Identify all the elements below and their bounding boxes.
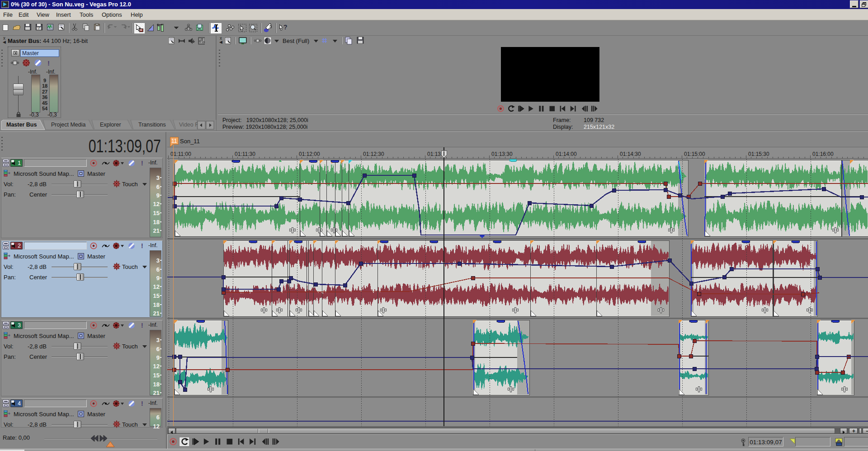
svg-text:!: ! (47, 59, 50, 67)
svg-text:01:13:30: 01:13:30 (491, 151, 513, 157)
svg-text:!: ! (141, 242, 143, 249)
svg-text:01:15:00: 01:15:00 (684, 151, 705, 157)
svg-text:01:11:30: 01:11:30 (235, 151, 255, 157)
svg-text:!: ! (141, 400, 143, 407)
svg-text:Best (Full): Best (Full) (283, 38, 309, 44)
svg-text:01:15:30: 01:15:30 (748, 151, 769, 157)
svg-text:Video F: Video F (179, 122, 198, 128)
svg-text:01:14:00: 01:14:00 (556, 151, 577, 157)
svg-text:!: ! (141, 322, 143, 329)
svg-text:Explorer: Explorer (100, 122, 121, 128)
svg-text:?: ? (38, 26, 40, 30)
svg-text:01:16:00: 01:16:00 (812, 151, 834, 157)
svg-text:Transitions: Transitions (138, 122, 166, 128)
svg-text:01:12:30: 01:12:30 (363, 151, 384, 157)
svg-text:!: ! (141, 160, 143, 167)
svg-text:Son_11: Son_11 (180, 138, 200, 145)
svg-text:Project Media: Project Media (51, 122, 85, 128)
svg-text:01:12:00: 01:12:00 (299, 151, 320, 157)
svg-text:Master Bus: Master Bus (6, 122, 37, 128)
svg-text:?: ? (283, 23, 288, 31)
svg-text:11: 11 (171, 138, 177, 144)
svg-text:01:14:30: 01:14:30 (620, 151, 641, 157)
